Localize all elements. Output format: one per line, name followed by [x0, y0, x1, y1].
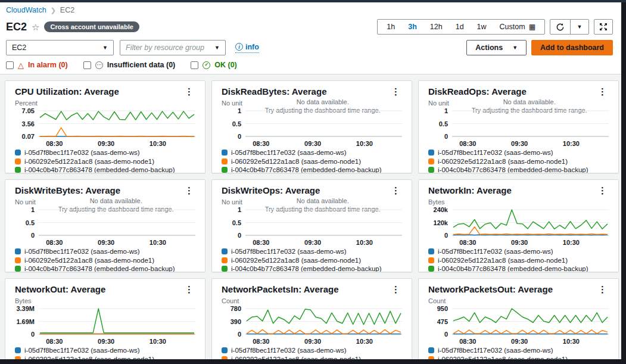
- legend-color-chip: [15, 347, 21, 353]
- legend-item[interactable]: i-05d7f8bec1f17e032 (saas-demo-ws): [428, 346, 609, 355]
- page-header: CloudWatch❯EC2 EC2 ☆ Cross account unava…: [0, 2, 621, 74]
- legend-item[interactable]: i-004c0b4b77c863478 (embedded-demo-backu…: [15, 265, 195, 272]
- refresh-split-button: ▼: [550, 19, 589, 35]
- series-line-2: [40, 309, 194, 333]
- actions-button[interactable]: Actions ▼: [466, 40, 527, 55]
- refresh-options-caret[interactable]: ▼: [571, 20, 588, 34]
- legend-label: i-05d7f8bec1f17e032 (saas-demo-ws): [231, 149, 347, 156]
- legend-item[interactable]: i-05d7f8bec1f17e032 (saas-demo-ws): [222, 247, 402, 256]
- legend-item[interactable]: i-004c0b4b77c863478 (embedded-demo-backu…: [428, 166, 609, 173]
- legend-label: i-004c0b4b77c863478 (embedded-demo-backu…: [24, 166, 175, 173]
- chart-title: DiskWriteBytes: Average: [15, 185, 120, 195]
- legend-item[interactable]: i-004c0b4b77c863478 (embedded-demo-backu…: [222, 265, 402, 272]
- ok-checkbox[interactable]: [191, 61, 198, 69]
- kebab-menu-icon[interactable]: ⋮: [183, 185, 195, 195]
- series-line-1: [453, 227, 608, 235]
- filter-ok[interactable]: ✓ OK (0): [191, 61, 237, 69]
- kebab-menu-icon[interactable]: ⋮: [183, 284, 195, 294]
- legend-item[interactable]: i-060292e5d122a1ac8 (saas-demo-node1): [15, 355, 195, 360]
- legend-label: i-060292e5d122a1ac8 (saas-demo-node1): [438, 356, 568, 359]
- filter-in-alarm[interactable]: △︎ In alarm (0): [6, 61, 68, 69]
- legend-item[interactable]: i-05d7f8bec1f17e032 (saas-demo-ws): [222, 346, 402, 355]
- legend-item[interactable]: i-05d7f8bec1f17e032 (saas-demo-ws): [428, 247, 609, 256]
- legend-label: i-05d7f8bec1f17e032 (saas-demo-ws): [24, 149, 140, 156]
- chart-card: NetworkPacketsOut: Average ⋮ Count 95047…: [418, 278, 619, 359]
- legend-item[interactable]: i-004c0b4b77c863478 (embedded-demo-backu…: [15, 166, 195, 173]
- fullscreen-button[interactable]: [594, 19, 613, 35]
- legend-color-chip: [428, 248, 434, 254]
- legend-label: i-060292e5d122a1ac8 (saas-demo-node1): [24, 158, 154, 165]
- legend-label: i-060292e5d122a1ac8 (saas-demo-node1): [438, 158, 568, 165]
- alarm-warning-icon: △︎: [18, 61, 24, 69]
- legend-item[interactable]: i-060292e5d122a1ac8 (saas-demo-node1): [428, 157, 609, 166]
- series-line-2: [40, 111, 194, 120]
- breadcrumb-current: EC2: [60, 6, 74, 14]
- axis-unit-label: Percent: [15, 99, 195, 108]
- alarm-state-filters: △︎ In alarm (0) ⋯ Insufficient data (0) …: [6, 61, 613, 69]
- kebab-menu-icon[interactable]: ⋮: [390, 185, 402, 195]
- chart-legend: i-05d7f8bec1f17e032 (saas-demo-ws)i-0602…: [222, 247, 402, 272]
- x-axis-labels: 08:3009:3010:30: [39, 337, 195, 346]
- x-axis-labels: 08:3009:3010:30: [245, 139, 402, 148]
- kebab-menu-icon[interactable]: ⋮: [390, 284, 402, 294]
- legend-item[interactable]: i-060292e5d122a1ac8 (saas-demo-node1): [15, 157, 195, 166]
- chart-title: NetworkIn: Average: [428, 185, 512, 195]
- legend-item[interactable]: i-05d7f8bec1f17e032 (saas-demo-ws): [15, 346, 195, 355]
- refresh-button[interactable]: [550, 20, 571, 34]
- legend-label: i-060292e5d122a1ac8 (saas-demo-node1): [231, 257, 361, 264]
- chart-plot: [39, 208, 195, 238]
- legend-item[interactable]: i-004c0b4b77c863478 (embedded-demo-backu…: [428, 265, 609, 272]
- legend-item[interactable]: i-05d7f8bec1f17e032 (saas-demo-ws): [15, 148, 195, 157]
- legend-item[interactable]: i-060292e5d122a1ac8 (saas-demo-node1): [428, 256, 609, 265]
- axis-unit-label: Bytes: [15, 297, 195, 306]
- legend-label: i-05d7f8bec1f17e032 (saas-demo-ws): [24, 248, 140, 255]
- time-range-1d[interactable]: 1d: [449, 20, 471, 33]
- chart-title: NetworkOut: Average: [15, 284, 105, 294]
- legend-item[interactable]: i-05d7f8bec1f17e032 (saas-demo-ws): [222, 148, 402, 157]
- favorite-star-icon[interactable]: ☆: [32, 23, 39, 32]
- time-range-1h[interactable]: 1h: [380, 20, 401, 33]
- time-range-12h[interactable]: 12h: [423, 20, 449, 33]
- resource-group-select[interactable]: Filter by resource group ▼: [120, 40, 226, 55]
- legend-color-chip: [15, 167, 21, 173]
- legend-item[interactable]: i-060292e5d122a1ac8 (saas-demo-node1): [428, 355, 609, 360]
- metric-namespace-select[interactable]: EC2 ▼: [6, 40, 114, 55]
- chart-card: NetworkIn: Average ⋮ Bytes 240k120k0 08:…: [418, 179, 619, 272]
- legend-item[interactable]: i-060292e5d122a1ac8 (saas-demo-node1): [15, 256, 195, 265]
- time-range-custom[interactable]: Custom▦: [493, 20, 542, 33]
- add-to-dashboard-button[interactable]: Add to dashboard: [531, 40, 613, 55]
- insufficient-data-checkbox[interactable]: [83, 61, 91, 69]
- filter-insufficient-data[interactable]: ⋯ Insufficient data (0): [83, 61, 176, 69]
- time-range-3h[interactable]: 3h: [401, 20, 423, 33]
- kebab-menu-icon[interactable]: ⋮: [596, 284, 609, 294]
- chart-plot: [452, 307, 609, 337]
- charts-grid: CPU Utilization: Average ⋮ Percent 7.053…: [5, 80, 621, 359]
- legend-item[interactable]: i-060292e5d122a1ac8 (saas-demo-node1): [222, 157, 402, 166]
- legend-color-chip: [428, 167, 434, 173]
- legend-item[interactable]: i-060292e5d122a1ac8 (saas-demo-node1): [222, 355, 402, 360]
- in-alarm-checkbox[interactable]: [6, 61, 14, 69]
- legend-color-chip: [15, 150, 21, 155]
- legend-label: i-05d7f8bec1f17e032 (saas-demo-ws): [438, 149, 553, 156]
- legend-color-chip: [15, 266, 21, 272]
- x-axis-labels: 08:3009:3010:30: [452, 337, 609, 346]
- time-range-1w[interactable]: 1w: [471, 20, 493, 33]
- legend-item[interactable]: i-004c0b4b77c863478 (embedded-demo-backu…: [222, 166, 402, 173]
- breadcrumb-separator: ❯: [51, 7, 56, 14]
- chart-title: DiskReadOps: Average: [428, 86, 527, 97]
- legend-item[interactable]: i-060292e5d122a1ac8 (saas-demo-node1): [222, 256, 402, 265]
- legend-item[interactable]: i-05d7f8bec1f17e032 (saas-demo-ws): [428, 148, 609, 157]
- legend-color-chip: [428, 347, 434, 353]
- kebab-menu-icon[interactable]: ⋮: [390, 86, 402, 97]
- legend-item[interactable]: i-05d7f8bec1f17e032 (saas-demo-ws): [15, 247, 195, 256]
- page-title: EC2: [6, 21, 27, 33]
- axis-unit-label: Count: [428, 297, 609, 306]
- legend-color-chip: [15, 356, 21, 359]
- legend-color-chip: [222, 266, 228, 272]
- info-link[interactable]: i info: [235, 43, 259, 53]
- cross-account-badge: Cross account unavailable: [44, 21, 139, 32]
- kebab-menu-icon[interactable]: ⋮: [596, 86, 609, 97]
- kebab-menu-icon[interactable]: ⋮: [596, 185, 609, 195]
- kebab-menu-icon[interactable]: ⋮: [183, 86, 195, 97]
- breadcrumb-cloudwatch-link[interactable]: CloudWatch: [6, 6, 46, 14]
